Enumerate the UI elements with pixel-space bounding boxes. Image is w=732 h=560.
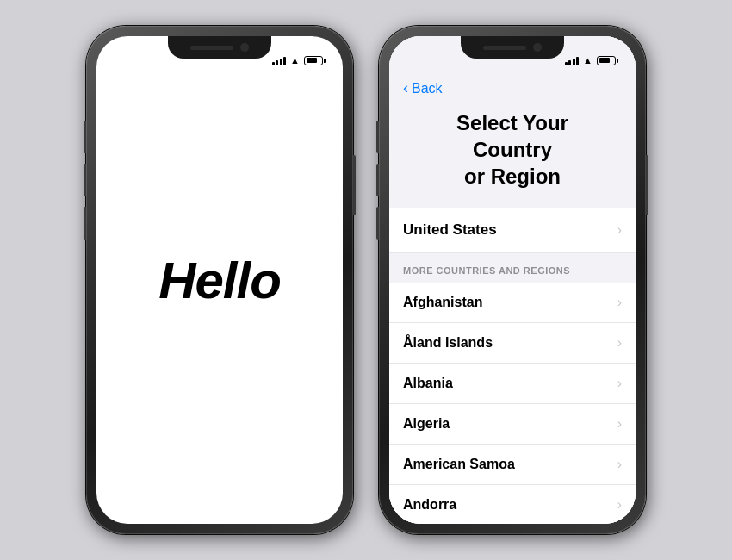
albania-chevron-icon: › (617, 376, 622, 391)
country-item-afghanistan[interactable]: Afghanistan › (389, 283, 636, 323)
wifi-icon-1: ▲ (290, 55, 300, 65)
country-item-aland[interactable]: Åland Islands › (389, 323, 636, 364)
andorra-chevron-icon: › (617, 497, 622, 513)
battery-icon-1 (304, 56, 326, 65)
speaker-2 (483, 46, 526, 50)
section-separator: MORE COUNTRIES AND REGIONS (389, 253, 636, 283)
battery-body-1 (304, 56, 323, 65)
country-item-andorra[interactable]: Andorra › (389, 485, 636, 524)
battery-icon-2 (597, 56, 618, 65)
wifi-icon-2: ▲ (583, 55, 592, 65)
country-name: Åland Islands (403, 335, 493, 351)
featured-section: United States › (389, 208, 636, 253)
country-name: Algeria (403, 416, 450, 432)
country-screen: ▲ ‹ Back Select Your Country (389, 36, 636, 524)
aland-chevron-icon: › (617, 335, 622, 351)
country-item-us[interactable]: United States › (389, 208, 636, 253)
country-item-american-samoa[interactable]: American Samoa › (389, 445, 636, 485)
status-icons-2: ▲ (565, 55, 618, 65)
bar4 (576, 57, 579, 65)
signal-icon-2 (565, 55, 580, 65)
hello-text: Hello (158, 251, 281, 310)
notch-2 (461, 36, 564, 59)
phone-country: ▲ ‹ Back Select Your Country (379, 26, 646, 534)
country-item-algeria[interactable]: Algeria › (389, 404, 636, 445)
phone-hello: ▲ Hello (86, 26, 353, 534)
camera-2 (533, 43, 542, 52)
country-title: Select Your Country or Region (389, 103, 636, 208)
country-name: American Samoa (403, 457, 515, 472)
battery-tip-2 (617, 59, 618, 63)
bar4 (283, 57, 286, 65)
country-name: Albania (403, 376, 453, 391)
notch-1 (168, 36, 271, 59)
battery-fill-1 (307, 58, 318, 63)
us-chevron-icon: › (617, 222, 622, 238)
bar3 (573, 59, 575, 65)
bar3 (280, 59, 282, 65)
country-list: Afghanistan › Åland Islands › Albania › … (389, 283, 636, 524)
back-label: Back (412, 81, 443, 96)
afghanistan-chevron-icon: › (617, 295, 622, 310)
camera-1 (240, 43, 249, 52)
country-name: Afghanistan (403, 295, 482, 310)
back-chevron-icon: ‹ (403, 79, 408, 97)
battery-fill-2 (599, 58, 611, 63)
battery-tip-1 (324, 59, 326, 63)
featured-country-name: United States (403, 221, 497, 239)
bar1 (565, 62, 568, 65)
battery-body-2 (597, 56, 616, 65)
speaker-1 (190, 46, 233, 50)
status-icons-1: ▲ (272, 55, 326, 65)
bar2 (276, 60, 278, 65)
phone-screen-2: ▲ ‹ Back Select Your Country (389, 36, 636, 524)
bar1 (272, 62, 275, 65)
hello-content: Hello (96, 36, 343, 524)
phone-screen-1: ▲ Hello (96, 36, 343, 524)
back-button[interactable]: ‹ Back (389, 74, 636, 103)
bar2 (568, 60, 571, 65)
american-samoa-chevron-icon: › (617, 457, 622, 472)
signal-icon-1 (272, 55, 287, 65)
algeria-chevron-icon: › (617, 416, 622, 432)
section-label: MORE COUNTRIES AND REGIONS (403, 265, 570, 276)
country-item-albania[interactable]: Albania › (389, 364, 636, 404)
country-name: Andorra (403, 497, 456, 513)
